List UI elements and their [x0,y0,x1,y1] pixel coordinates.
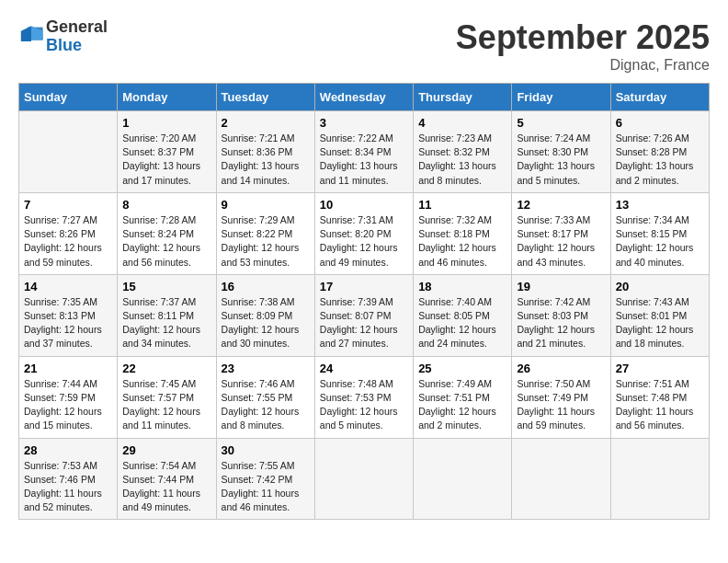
day-info: Sunrise: 7:49 AM Sunset: 7:51 PM Dayligh… [418,377,506,433]
day-number: 20 [616,280,704,293]
month-title: September 2025 [456,18,710,57]
day-number: 7 [24,198,112,212]
calendar-cell: 6Sunrise: 7:26 AM Sunset: 8:28 PM Daylig… [610,111,709,193]
calendar-cell: 22Sunrise: 7:45 AM Sunset: 7:57 PM Dayli… [118,356,216,438]
day-info: Sunrise: 7:33 AM Sunset: 8:17 PM Dayligh… [517,213,605,270]
day-info: Sunrise: 7:22 AM Sunset: 8:34 PM Dayligh… [320,132,408,188]
day-info: Sunrise: 7:26 AM Sunset: 8:28 PM Dayligh… [616,132,704,188]
day-info: Sunrise: 7:48 AM Sunset: 7:53 PM Dayligh… [320,377,408,433]
weekday-header-monday: Monday [118,84,216,111]
day-number: 1 [122,116,210,130]
calendar-body: 1Sunrise: 7:20 AM Sunset: 8:37 PM Daylig… [19,111,710,520]
logo: General Blue [18,18,108,55]
day-number: 2 [222,116,310,130]
calendar-cell: 15Sunrise: 7:37 AM Sunset: 8:11 PM Dayli… [118,274,216,356]
page-header: General Blue September 2025 Dignac, Fran… [18,18,710,74]
calendar-cell [610,438,709,520]
day-number: 5 [517,116,605,130]
day-number: 22 [122,362,210,375]
day-info: Sunrise: 7:40 AM Sunset: 8:05 PM Dayligh… [418,295,506,351]
weekday-header-friday: Friday [512,84,610,111]
day-number: 15 [122,280,210,293]
calendar-cell [314,438,413,520]
day-number: 3 [320,116,408,130]
logo-icon [18,22,44,48]
day-number: 10 [320,198,408,212]
day-info: Sunrise: 7:46 AM Sunset: 7:55 PM Dayligh… [222,377,310,433]
calendar-cell: 14Sunrise: 7:35 AM Sunset: 8:13 PM Dayli… [19,274,118,356]
calendar-cell: 2Sunrise: 7:21 AM Sunset: 8:36 PM Daylig… [216,111,314,193]
calendar-cell: 17Sunrise: 7:39 AM Sunset: 8:07 PM Dayli… [314,274,413,356]
day-info: Sunrise: 7:28 AM Sunset: 8:24 PM Dayligh… [122,213,210,270]
calendar-cell: 7Sunrise: 7:27 AM Sunset: 8:26 PM Daylig… [19,192,118,274]
day-number: 28 [24,443,112,457]
weekday-header-tuesday: Tuesday [216,84,314,111]
location: Dignac, France [456,57,710,74]
day-number: 19 [517,280,605,293]
day-number: 4 [418,116,506,130]
calendar-cell: 23Sunrise: 7:46 AM Sunset: 7:55 PM Dayli… [216,356,314,438]
calendar-cell [414,438,512,520]
day-info: Sunrise: 7:20 AM Sunset: 8:37 PM Dayligh… [122,132,210,188]
calendar-week-2: 7Sunrise: 7:27 AM Sunset: 8:26 PM Daylig… [19,192,710,274]
day-number: 13 [616,198,704,212]
day-info: Sunrise: 7:43 AM Sunset: 8:01 PM Dayligh… [616,295,704,351]
calendar-cell: 3Sunrise: 7:22 AM Sunset: 8:34 PM Daylig… [314,111,413,193]
day-number: 24 [320,362,408,375]
calendar-cell: 26Sunrise: 7:50 AM Sunset: 7:49 PM Dayli… [512,356,610,438]
day-info: Sunrise: 7:24 AM Sunset: 8:30 PM Dayligh… [517,132,605,188]
svg-marker-1 [21,26,31,41]
calendar-cell: 1Sunrise: 7:20 AM Sunset: 8:37 PM Daylig… [118,111,216,193]
calendar-cell: 30Sunrise: 7:55 AM Sunset: 7:42 PM Dayli… [216,438,314,520]
day-info: Sunrise: 7:53 AM Sunset: 7:46 PM Dayligh… [24,459,112,515]
calendar-header-row: SundayMondayTuesdayWednesdayThursdayFrid… [19,84,710,111]
day-number: 27 [616,362,704,375]
weekday-header-thursday: Thursday [414,84,512,111]
calendar-cell: 10Sunrise: 7:31 AM Sunset: 8:20 PM Dayli… [314,192,413,274]
calendar-cell: 8Sunrise: 7:28 AM Sunset: 8:24 PM Daylig… [118,192,216,274]
calendar-cell: 27Sunrise: 7:51 AM Sunset: 7:48 PM Dayli… [610,356,709,438]
day-number: 8 [122,198,210,212]
calendar-week-3: 14Sunrise: 7:35 AM Sunset: 8:13 PM Dayli… [19,274,710,356]
day-number: 23 [222,362,310,375]
day-info: Sunrise: 7:37 AM Sunset: 8:11 PM Dayligh… [122,295,210,351]
calendar-cell: 9Sunrise: 7:29 AM Sunset: 8:22 PM Daylig… [216,192,314,274]
day-number: 30 [222,443,310,457]
day-number: 21 [24,362,112,375]
day-info: Sunrise: 7:51 AM Sunset: 7:48 PM Dayligh… [616,377,704,433]
calendar-cell: 4Sunrise: 7:23 AM Sunset: 8:32 PM Daylig… [414,111,512,193]
day-info: Sunrise: 7:42 AM Sunset: 8:03 PM Dayligh… [517,295,605,351]
calendar-cell: 5Sunrise: 7:24 AM Sunset: 8:30 PM Daylig… [512,111,610,193]
day-info: Sunrise: 7:32 AM Sunset: 8:18 PM Dayligh… [418,213,506,270]
logo-text: General Blue [46,18,108,55]
day-info: Sunrise: 7:44 AM Sunset: 7:59 PM Dayligh… [24,377,112,433]
day-number: 11 [418,198,506,212]
day-number: 12 [517,198,605,212]
day-info: Sunrise: 7:45 AM Sunset: 7:57 PM Dayligh… [122,377,210,433]
day-number: 17 [320,280,408,293]
weekday-header-saturday: Saturday [610,84,709,111]
day-info: Sunrise: 7:39 AM Sunset: 8:07 PM Dayligh… [320,295,408,351]
calendar-cell [512,438,610,520]
calendar-cell: 12Sunrise: 7:33 AM Sunset: 8:17 PM Dayli… [512,192,610,274]
day-number: 25 [418,362,506,375]
title-block: September 2025 Dignac, France [456,18,710,74]
calendar-cell: 24Sunrise: 7:48 AM Sunset: 7:53 PM Dayli… [314,356,413,438]
weekday-header-sunday: Sunday [19,84,118,111]
day-info: Sunrise: 7:29 AM Sunset: 8:22 PM Dayligh… [222,213,310,270]
day-info: Sunrise: 7:34 AM Sunset: 8:15 PM Dayligh… [616,213,704,270]
calendar-cell [19,111,118,193]
day-info: Sunrise: 7:27 AM Sunset: 8:26 PM Dayligh… [24,213,112,270]
day-info: Sunrise: 7:21 AM Sunset: 8:36 PM Dayligh… [222,132,310,188]
calendar-week-5: 28Sunrise: 7:53 AM Sunset: 7:46 PM Dayli… [19,438,710,520]
day-info: Sunrise: 7:38 AM Sunset: 8:09 PM Dayligh… [222,295,310,351]
calendar-week-1: 1Sunrise: 7:20 AM Sunset: 8:37 PM Daylig… [19,111,710,193]
calendar-cell: 20Sunrise: 7:43 AM Sunset: 8:01 PM Dayli… [610,274,709,356]
calendar-cell: 11Sunrise: 7:32 AM Sunset: 8:18 PM Dayli… [414,192,512,274]
calendar-cell: 16Sunrise: 7:38 AM Sunset: 8:09 PM Dayli… [216,274,314,356]
day-info: Sunrise: 7:54 AM Sunset: 7:44 PM Dayligh… [122,459,210,515]
calendar-table: SundayMondayTuesdayWednesdayThursdayFrid… [18,83,710,520]
calendar-cell: 25Sunrise: 7:49 AM Sunset: 7:51 PM Dayli… [414,356,512,438]
calendar-week-4: 21Sunrise: 7:44 AM Sunset: 7:59 PM Dayli… [19,356,710,438]
calendar-cell: 13Sunrise: 7:34 AM Sunset: 8:15 PM Dayli… [610,192,709,274]
